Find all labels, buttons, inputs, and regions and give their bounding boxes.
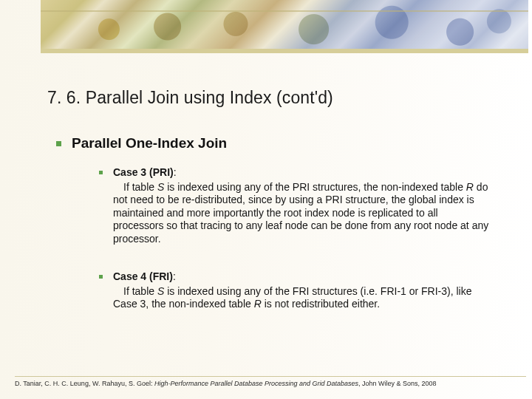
- case-text: If table S is indexed using any of the P…: [113, 181, 491, 246]
- t: is indexed using any of the PRI structur…: [164, 181, 466, 193]
- decorative-line: [41, 10, 528, 12]
- case-colon: :: [174, 166, 177, 178]
- footer: D. Taniar, C. H. C. Leung, W. Rahayu, S.…: [0, 376, 532, 387]
- bullet-level2: Case 3 (PRI): If table S is indexed usin…: [99, 166, 491, 245]
- case4-body: Case 4 (FRI): If table S is indexed usin…: [113, 270, 491, 311]
- case-label: Case 3 (PRI): [113, 166, 174, 178]
- content-area: Parallel One-Index Join Case 3 (PRI): If…: [56, 135, 491, 311]
- slide-title: 7. 6. Parallel Join using Index (cont'd): [47, 88, 333, 108]
- case3-body: Case 3 (PRI): If table S is indexed usin…: [113, 166, 491, 245]
- case-colon: :: [173, 270, 176, 282]
- slide: 7. 6. Parallel Join using Index (cont'd)…: [0, 0, 532, 399]
- bullet-icon: [99, 275, 103, 279]
- bullet-level2: Case 4 (FRI): If table S is indexed usin…: [99, 270, 491, 311]
- t: If table: [123, 181, 157, 193]
- bullet-icon: [56, 141, 61, 146]
- bullet-level1: Parallel One-Index Join: [56, 135, 491, 151]
- var-r: R: [254, 298, 262, 310]
- footer-title: High-Performance Parallel Database Proce…: [154, 380, 358, 387]
- case-text: If table S is indexed using any of the F…: [113, 285, 491, 311]
- footer-publisher: , John Wiley & Sons, 2008: [358, 380, 437, 387]
- t: If table: [123, 285, 157, 297]
- bullet-icon: [99, 171, 103, 174]
- bullet-heading: Parallel One-Index Join: [72, 135, 227, 151]
- decorative-banner: [41, 0, 528, 53]
- footer-authors: D. Taniar, C. H. C. Leung, W. Rahayu, S.…: [15, 380, 154, 387]
- var-r: R: [466, 181, 474, 193]
- footer-divider: [15, 376, 526, 377]
- t: is not redistributed either.: [262, 298, 380, 310]
- var-s: S: [157, 285, 164, 297]
- footer-text: D. Taniar, C. H. C. Leung, W. Rahayu, S.…: [15, 380, 526, 387]
- var-s: S: [157, 181, 164, 193]
- case-label: Case 4 (FRI): [113, 270, 173, 282]
